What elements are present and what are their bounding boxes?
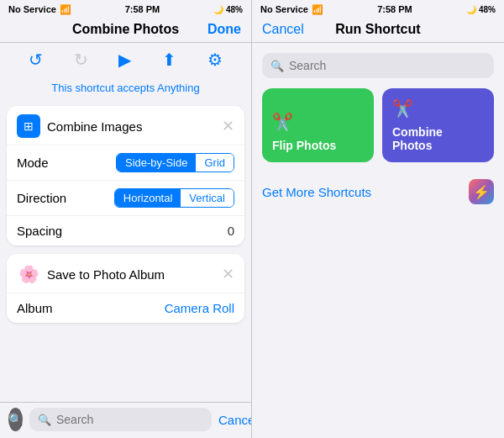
battery-text: 48% — [226, 5, 243, 14]
status-left: No Service 📶 — [8, 4, 71, 15]
status-right: 🌙 48% — [213, 5, 243, 14]
accepts-highlight: Anything — [157, 82, 200, 94]
moon-icon: 🌙 — [213, 5, 223, 14]
redo-icon[interactable]: ↻ — [74, 50, 88, 70]
get-more-row: Get More Shortcuts ⚡ — [262, 172, 494, 211]
right-moon-icon: 🌙 — [466, 5, 476, 14]
save-album-header: 🌸 Save to Photo Album ✕ — [7, 254, 244, 293]
direction-horizontal[interactable]: Horizontal — [115, 189, 181, 207]
left-status-bar: No Service 📶 7:58 PM 🌙 48% — [0, 0, 251, 17]
right-cancel-button[interactable]: Cancel — [262, 22, 304, 37]
left-bottom-bar: 🔍 🔍 Cancel — [0, 402, 251, 438]
left-nav-bar: Combine Photos Done — [0, 17, 251, 43]
save-album-close[interactable]: ✕ — [222, 265, 234, 283]
right-screen: No Service 📶 7:58 PM 🌙 48% Cancel Run Sh… — [252, 0, 504, 438]
right-battery-text: 48% — [479, 5, 496, 14]
mode-row: Mode Side-by-Side Grid — [7, 145, 244, 181]
spacing-value[interactable]: 0 — [228, 224, 234, 238]
album-row: Album Camera Roll — [7, 293, 244, 323]
photos-icon: 🌸 — [17, 262, 40, 286]
mode-segment[interactable]: Side-by-Side Grid — [116, 153, 234, 172]
album-value[interactable]: Camera Roll — [165, 301, 234, 315]
status-time: 7:58 PM — [125, 4, 160, 14]
right-search-input[interactable] — [289, 59, 486, 72]
direction-label: Direction — [17, 191, 66, 205]
wifi-icon: 📶 — [60, 4, 71, 15]
right-nav-title: Run Shortcut — [335, 22, 420, 37]
spacing-label: Spacing — [17, 224, 62, 238]
direction-row: Direction Horizontal Vertical — [7, 181, 244, 216]
undo-icon[interactable]: ↺ — [29, 50, 43, 70]
direction-vertical[interactable]: Vertical — [181, 189, 234, 207]
cancel-button[interactable]: Cancel — [218, 413, 252, 427]
spacing-row: Spacing 0 — [7, 216, 244, 245]
right-status-left: No Service 📶 — [260, 4, 323, 15]
combine-images-header-left: ⊞ Combine Images — [17, 114, 142, 138]
toolbar: ↺ ↻ ▶ ⬆ ⚙ — [0, 43, 251, 77]
settings-icon[interactable]: ⚙ — [207, 50, 223, 70]
search-input[interactable] — [56, 413, 203, 426]
mode-grid[interactable]: Grid — [196, 154, 234, 172]
signal-text: No Service — [8, 4, 56, 14]
shortcuts-grid: ✂️ Flip Photos ✂️ Combine Photos — [262, 88, 494, 162]
combine-images-header: ⊞ Combine Images ✕ — [7, 106, 244, 145]
right-wifi-icon: 📶 — [312, 4, 323, 15]
combine-images-icon: ⊞ — [17, 114, 40, 138]
right-search-icon: 🔍 — [270, 60, 284, 72]
left-nav-title: Combine Photos — [72, 22, 179, 37]
save-album-header-left: 🌸 Save to Photo Album — [17, 262, 165, 286]
search-glass-icon: 🔍 — [38, 414, 51, 426]
search-input-wrap[interactable]: 🔍 — [29, 408, 212, 431]
share-icon[interactable]: ⬆ — [162, 50, 176, 70]
flip-photos-icon: ✂️ — [272, 112, 364, 132]
right-signal-text: No Service — [260, 4, 308, 14]
shortcut-combine-photos[interactable]: ✂️ Combine Photos — [382, 88, 494, 162]
combine-images-close[interactable]: ✕ — [222, 117, 234, 135]
save-album-title: Save to Photo Album — [47, 267, 165, 282]
content-area: ⊞ Combine Images ✕ Mode Side-by-Side Gri… — [0, 99, 251, 402]
accepts-text: This shortcut accepts — [51, 82, 155, 94]
save-album-card: 🌸 Save to Photo Album ✕ Album Camera Rol… — [7, 254, 244, 323]
right-status-bar: No Service 📶 7:58 PM 🌙 48% — [252, 0, 504, 17]
right-status-time: 7:58 PM — [377, 4, 412, 14]
direction-segment[interactable]: Horizontal Vertical — [114, 188, 234, 208]
accepts-bar: This shortcut accepts Anything — [0, 77, 251, 99]
shortcut-flip-photos[interactable]: ✂️ Flip Photos — [262, 88, 374, 162]
right-content: 🔍 ✂️ Flip Photos ✂️ Combine Photos Get M… — [252, 43, 504, 438]
mode-side-by-side[interactable]: Side-by-Side — [117, 154, 196, 172]
album-label: Album — [17, 301, 53, 315]
shortcuts-icon-glyph: ⚡ — [473, 184, 490, 200]
magnifier-glyph: 🔍 — [8, 413, 23, 426]
right-nav-bar: Cancel Run Shortcut — [252, 17, 504, 43]
combine-photos-icon: ✂️ — [392, 98, 484, 119]
right-search-bar[interactable]: 🔍 — [262, 53, 494, 78]
bottom-bar-wrap: 🔍 🔍 Cancel — [8, 408, 243, 431]
left-screen: No Service 📶 7:58 PM 🌙 48% Combine Photo… — [0, 0, 252, 438]
shortcuts-app-icon: ⚡ — [469, 179, 494, 204]
get-more-shortcuts[interactable]: Get More Shortcuts — [262, 185, 371, 199]
combine-images-title: Combine Images — [47, 119, 142, 134]
combine-images-card: ⊞ Combine Images ✕ Mode Side-by-Side Gri… — [7, 106, 244, 245]
flip-photos-label: Flip Photos — [272, 139, 364, 152]
right-status-right: 🌙 48% — [466, 5, 496, 14]
done-button[interactable]: Done — [207, 22, 241, 37]
mode-label: Mode — [17, 156, 49, 170]
combine-photos-label: Combine Photos — [392, 125, 484, 152]
play-icon[interactable]: ▶ — [118, 50, 131, 70]
magnifier-icon: 🔍 — [8, 408, 23, 431]
